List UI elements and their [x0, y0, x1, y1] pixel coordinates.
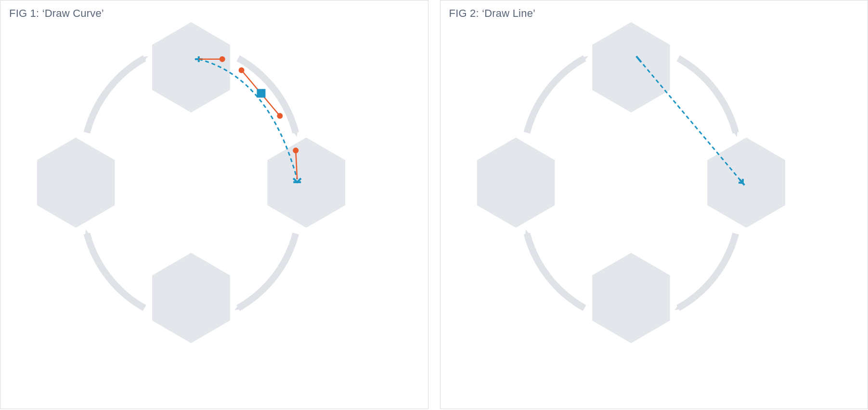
hex-right: [707, 137, 785, 227]
hex-top: [152, 22, 230, 112]
hex-top: [592, 22, 670, 112]
hex-right: [267, 137, 345, 227]
hex-left: [37, 137, 115, 227]
hex-bottom: [152, 253, 230, 343]
figure-panel-draw-line: FIG 2: ‘Draw Line’: [440, 0, 868, 409]
hex-left: [477, 137, 555, 227]
curve-midpoint-marker[interactable]: [257, 89, 266, 98]
cycle-arrow-left-to-top: [527, 58, 584, 133]
cycle-arrow-right-to-bottom: [238, 234, 296, 308]
cycle-arrow-top-to-right: [238, 58, 296, 133]
svg-point-9: [293, 147, 298, 153]
figure-panel-draw-curve: FIG 1: ‘Draw Curve’: [0, 0, 428, 409]
cycle-arrow-top-to-right: [678, 58, 736, 133]
cycle-arrow-right-to-bottom: [678, 234, 736, 308]
cycle-arrow-left-to-top: [87, 58, 144, 133]
svg-point-7: [277, 113, 283, 119]
svg-point-4: [220, 56, 225, 62]
hex-bottom: [592, 253, 670, 343]
diagram-draw-line: [440, 0, 868, 409]
diagram-draw-curve: [0, 0, 428, 409]
svg-point-6: [239, 67, 245, 73]
cycle-arrow-bottom-to-left: [527, 234, 584, 308]
cycle-arrow-bottom-to-left: [87, 234, 144, 308]
